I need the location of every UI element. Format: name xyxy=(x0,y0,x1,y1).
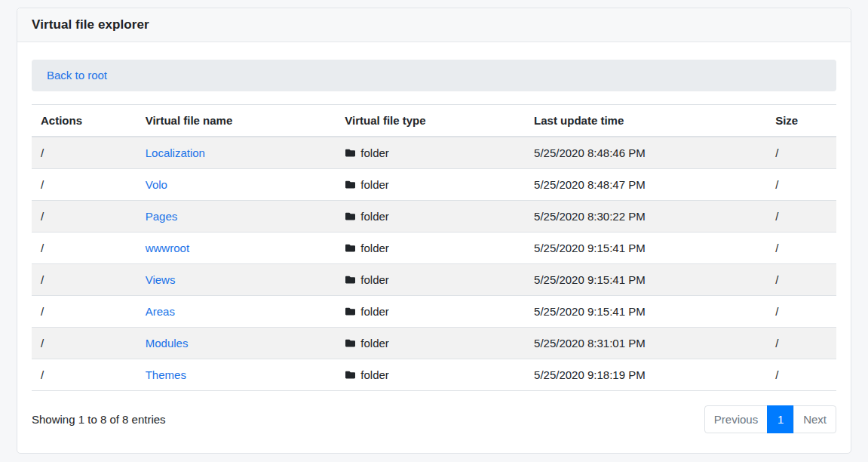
row-actions-cell: / xyxy=(32,201,136,233)
file-name-link[interactable]: Themes xyxy=(146,368,186,381)
folder-icon xyxy=(345,306,356,316)
entries-summary: Showing 1 to 8 of 8 entries xyxy=(32,413,166,426)
row-updated-cell: 5/25/2020 8:48:46 PM xyxy=(525,137,766,169)
row-actions-cell: / xyxy=(32,296,136,328)
file-name-link[interactable]: Areas xyxy=(146,305,175,318)
row-type-cell: folder xyxy=(336,359,525,391)
folder-icon xyxy=(345,243,356,253)
page: Virtual file explorer Back to root Actio… xyxy=(0,0,868,462)
row-size-cell: / xyxy=(766,264,836,296)
row-type-cell: folder xyxy=(336,137,525,169)
column-header-updated: Last update time xyxy=(525,105,766,137)
folder-icon xyxy=(345,211,356,221)
row-type-cell: folder xyxy=(336,233,525,264)
pagination-previous-button[interactable]: Previous xyxy=(704,405,768,433)
folder-icon xyxy=(345,180,356,189)
table-row: / Areas folder 5/25/2020 9:15:41 PM / xyxy=(32,296,836,328)
row-name-cell: Pages xyxy=(136,201,336,233)
row-updated-cell: 5/25/2020 8:48:47 PM xyxy=(525,169,766,201)
folder-icon xyxy=(345,148,356,158)
table-row: / wwwroot folder 5/25/2020 9:15:41 PM / xyxy=(32,233,836,264)
table-row: / Localization folder 5/25/2020 8:48:46 … xyxy=(32,137,836,169)
row-updated-cell: 5/25/2020 9:15:41 PM xyxy=(525,264,766,296)
row-name-cell: Areas xyxy=(136,296,336,328)
pagination-next-button[interactable]: Next xyxy=(793,405,836,433)
row-actions-cell: / xyxy=(32,359,136,391)
row-size-cell: / xyxy=(766,201,836,233)
row-size-cell: / xyxy=(766,359,836,391)
card-header: Virtual file explorer xyxy=(17,8,851,42)
file-table: Actions Virtual file name Virtual file t… xyxy=(32,104,836,391)
row-type-cell: folder xyxy=(336,169,525,201)
file-name-link[interactable]: Modules xyxy=(146,337,189,350)
row-type-cell: folder xyxy=(336,296,525,328)
row-updated-cell: 5/25/2020 8:30:22 PM xyxy=(525,201,766,233)
row-updated-cell: 5/25/2020 9:15:41 PM xyxy=(525,296,766,328)
row-size-cell: / xyxy=(766,296,836,328)
folder-icon xyxy=(345,338,356,348)
page-title: Virtual file explorer xyxy=(32,17,836,32)
file-name-link[interactable]: Volo xyxy=(146,178,167,191)
table-row: / Modules folder 5/25/2020 8:31:01 PM / xyxy=(32,328,836,359)
card-body: Back to root Actions Virtual file name V… xyxy=(17,42,851,448)
column-header-type: Virtual file type xyxy=(336,105,525,137)
row-name-cell: Views xyxy=(136,264,336,296)
file-name-link[interactable]: Views xyxy=(146,273,176,286)
row-type-cell: folder xyxy=(336,201,525,233)
table-row: / Views folder 5/25/2020 9:15:41 PM / xyxy=(32,264,836,296)
row-updated-cell: 5/25/2020 8:31:01 PM xyxy=(525,328,766,359)
row-size-cell: / xyxy=(766,233,836,264)
table-footer: Showing 1 to 8 of 8 entries Previous 1 N… xyxy=(32,405,836,433)
row-size-cell: / xyxy=(766,169,836,201)
column-header-actions: Actions xyxy=(32,105,136,137)
table-row: / Pages folder 5/25/2020 8:30:22 PM / xyxy=(32,201,836,233)
row-name-cell: Modules xyxy=(136,328,336,359)
pagination: Previous 1 Next xyxy=(704,405,836,433)
folder-icon xyxy=(345,275,356,285)
row-name-cell: Themes xyxy=(136,359,336,391)
table-row: / Volo folder 5/25/2020 8:48:47 PM / xyxy=(32,169,836,201)
file-name-link[interactable]: Localization xyxy=(146,146,205,159)
row-actions-cell: / xyxy=(32,328,136,359)
row-name-cell: Volo xyxy=(136,169,336,201)
row-size-cell: / xyxy=(766,328,836,359)
column-header-size: Size xyxy=(766,105,836,137)
file-name-link[interactable]: wwwroot xyxy=(146,242,189,254)
breadcrumb-bar: Back to root xyxy=(32,60,836,91)
virtual-file-explorer-card: Virtual file explorer Back to root Actio… xyxy=(17,8,851,454)
file-name-link[interactable]: Pages xyxy=(146,210,178,223)
row-size-cell: / xyxy=(766,137,836,169)
row-actions-cell: / xyxy=(32,169,136,201)
table-header-row: Actions Virtual file name Virtual file t… xyxy=(32,105,836,137)
row-type-cell: folder xyxy=(336,264,525,296)
folder-icon xyxy=(345,370,356,380)
row-updated-cell: 5/25/2020 9:18:19 PM xyxy=(525,359,766,391)
row-actions-cell: / xyxy=(32,264,136,296)
row-actions-cell: / xyxy=(32,137,136,169)
pagination-page-1-button[interactable]: 1 xyxy=(767,405,794,433)
table-row: / Themes folder 5/25/2020 9:18:19 PM / xyxy=(32,359,836,391)
row-actions-cell: / xyxy=(32,233,136,264)
row-name-cell: wwwroot xyxy=(136,233,336,264)
back-to-root-link[interactable]: Back to root xyxy=(47,69,107,82)
row-name-cell: Localization xyxy=(136,137,336,169)
row-updated-cell: 5/25/2020 9:15:41 PM xyxy=(525,233,766,264)
column-header-name: Virtual file name xyxy=(136,105,336,137)
row-type-cell: folder xyxy=(336,328,525,359)
